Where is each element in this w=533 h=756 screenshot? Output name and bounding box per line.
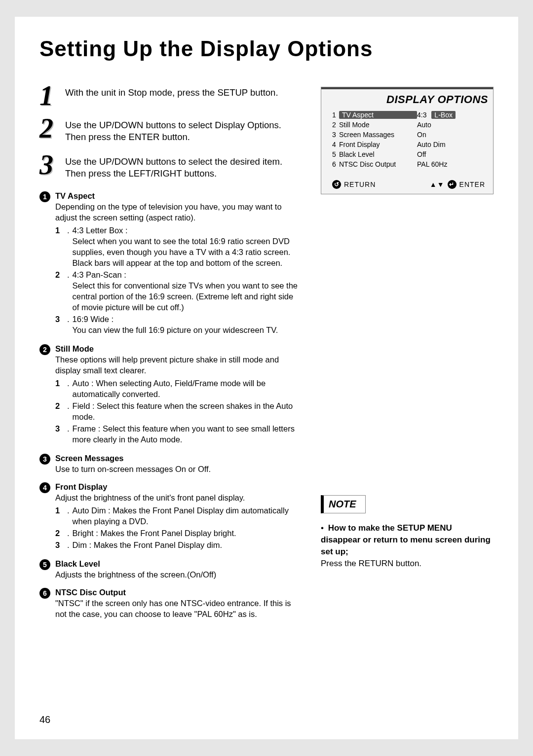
sub-item: 1. 4:3 Letter Box : Select when you want…	[55, 225, 301, 268]
sub-item: 2. 4:3 Pan-Scan : Select this for conven…	[55, 269, 301, 313]
sub-item: 1. Auto Dim : Makes the Front Panel Disp…	[55, 505, 301, 527]
detail-intro: Depending on the type of television you …	[55, 201, 301, 223]
step-text: Use the UP/DOWN buttons to select Displa…	[65, 117, 301, 143]
right-column: DISPLAY OPTIONS 1 TV Aspect 4:3 L-Box 2 …	[321, 85, 494, 626]
step-number: 2	[39, 117, 58, 143]
step-text: With the unit in Stop mode, press the SE…	[65, 85, 278, 107]
detail-tv-aspect: 1 TV Aspect Depending on the type of tel…	[39, 190, 301, 336]
bullet-icon: 4	[39, 482, 50, 493]
detail-intro: Adjusts the brightness of the screen.(On…	[55, 569, 301, 580]
step-1: 1 With the unit in Stop mode, press the …	[39, 85, 301, 107]
sub-item: 3. 16:9 Wide : You can view the full 16:…	[55, 314, 301, 335]
detail-title: TV Aspect	[55, 190, 301, 201]
step-text: Use the UP/DOWN buttons to select the de…	[65, 154, 301, 180]
bullet-icon: 2	[39, 344, 50, 355]
enter-icon: ↵	[448, 180, 457, 189]
detail-body: TV Aspect Depending on the type of telev…	[55, 190, 301, 336]
detail-title: Screen Messages	[55, 453, 301, 464]
detail-intro: These options will help prevent picture …	[55, 354, 301, 376]
menu-row-screen-messages: 3 Screen Massages On	[332, 130, 485, 140]
footer-enter: ▲▼ ↵ ENTER	[430, 180, 485, 189]
up-down-icon: ▲▼	[430, 180, 445, 188]
bullet-icon: 6	[39, 588, 50, 599]
left-column: 1 With the unit in Stop mode, press the …	[39, 85, 301, 626]
menu-row-still-mode: 2 Still Mode Auto	[332, 120, 485, 130]
detail-intro: "NTSC" if the screen only has one NTSC-v…	[55, 598, 301, 619]
detail-front-display: 4 Front Display Adjust the brightness of…	[39, 481, 301, 551]
footer-return: ↺ RETURN	[332, 180, 376, 189]
bullet-icon: 1	[39, 191, 50, 202]
display-options-menu: DISPLAY OPTIONS 1 TV Aspect 4:3 L-Box 2 …	[321, 87, 494, 194]
sub-item: 1. Auto : When selecting Auto, Field/Fra…	[55, 378, 301, 399]
menu-items: 1 TV Aspect 4:3 L-Box 2 Still Mode Auto …	[321, 109, 493, 174]
detail-still-mode: 2 Still Mode These options will help pre…	[39, 343, 301, 446]
menu-footer: ↺ RETURN ▲▼ ↵ ENTER	[321, 174, 493, 194]
page-number: 46	[39, 714, 50, 725]
note-block: NOTE • How to make the SETUP MENU disapp…	[321, 495, 494, 570]
two-column-layout: 1 With the unit in Stop mode, press the …	[39, 85, 494, 626]
menu-row-tv-aspect: 1 TV Aspect 4:3 L-Box	[332, 110, 485, 120]
detail-ntsc-output: 6 NTSC Disc Output "NTSC" if the screen …	[39, 587, 301, 619]
detail-title: Still Mode	[55, 343, 301, 354]
note-label: NOTE	[321, 495, 366, 513]
bullet-icon: 3	[39, 454, 50, 465]
detail-title: NTSC Disc Output	[55, 587, 301, 598]
return-icon: ↺	[332, 180, 341, 189]
detail-intro: Adjust the brightness of the unit's fron…	[55, 492, 301, 503]
menu-title: DISPLAY OPTIONS	[386, 93, 488, 106]
sub-item: 3. Frame : Select this feature when you …	[55, 423, 301, 445]
note-body: • How to make the SETUP MENU disappear o…	[321, 522, 494, 570]
detail-title: Black Level	[55, 558, 301, 569]
numbered-steps: 1 With the unit in Stop mode, press the …	[39, 85, 301, 180]
detail-black-level: 5 Black Level Adjusts the brightness of …	[39, 558, 301, 580]
menu-row-ntsc: 6 NTSC Disc Output PAL 60Hz	[332, 159, 485, 169]
sub-item: 3. Dim : Makes the Front Panel Display d…	[55, 540, 301, 550]
manual-page: Setting Up the Display Options 1 With th…	[15, 17, 518, 739]
step-number: 1	[39, 85, 58, 107]
bullet-icon: •	[321, 522, 326, 534]
step-3: 3 Use the UP/DOWN buttons to select the …	[39, 154, 301, 180]
menu-row-front-display: 4 Front Display Auto Dim	[332, 140, 485, 149]
step-2: 2 Use the UP/DOWN buttons to select Disp…	[39, 117, 301, 143]
page-title: Setting Up the Display Options	[39, 36, 494, 61]
menu-row-black-level: 5 Black Level Off	[332, 149, 485, 159]
bullet-icon: 5	[39, 559, 50, 570]
sub-item: 2. Field : Select this feature when the …	[55, 400, 301, 422]
detail-title: Front Display	[55, 481, 301, 492]
step-number: 3	[39, 154, 58, 180]
menu-title-bar: DISPLAY OPTIONS	[321, 87, 493, 109]
sub-item: 2. Bright : Makes the Front Panel Displa…	[55, 528, 301, 539]
detail-screen-messages: 3 Screen Messages Use to turn on-screen …	[39, 453, 301, 474]
detail-intro: Use to turn on-screen messages On or Off…	[55, 464, 301, 474]
